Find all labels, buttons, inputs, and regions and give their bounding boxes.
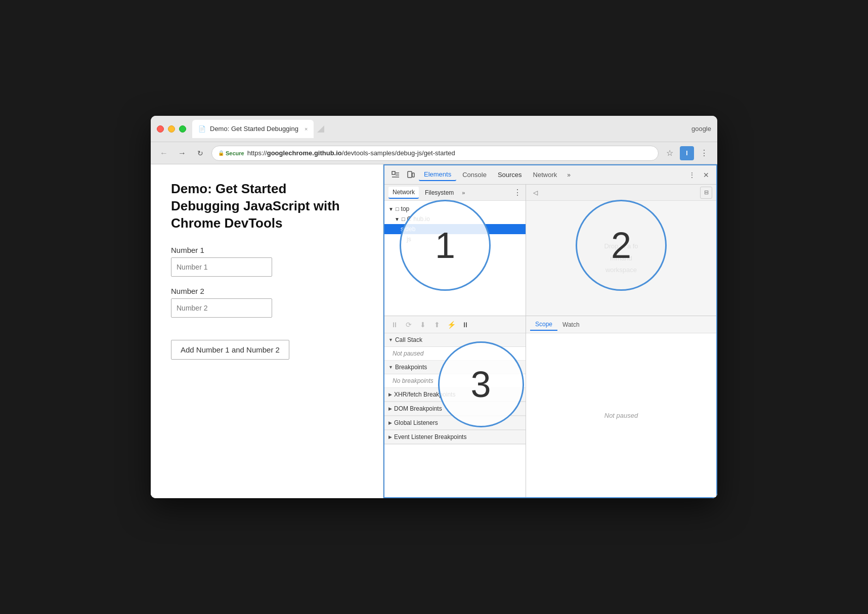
pause-on-exceptions-icon[interactable]: ⏸ bbox=[459, 319, 471, 331]
tree-arrow-icon: ▼ bbox=[388, 206, 394, 212]
sources-filesystem-tab[interactable]: Filesystem bbox=[421, 187, 458, 198]
tab-bar: 📄 Demo: Get Started Debugging × bbox=[192, 120, 691, 138]
title-bar: 📄 Demo: Get Started Debugging × google bbox=[151, 116, 717, 142]
scope-content: Not paused bbox=[526, 333, 716, 497]
circle-1-number: 1 bbox=[435, 227, 455, 264]
global-arrow-icon: ▶ bbox=[388, 420, 392, 425]
devtools-right-icons: ⋮ ✕ bbox=[686, 169, 712, 181]
devtools-close-icon[interactable]: ✕ bbox=[700, 169, 712, 181]
number1-label: Number 1 bbox=[171, 246, 363, 254]
number2-group: Number 2 bbox=[171, 287, 363, 318]
event-label: Event Listener Breakpoints bbox=[394, 433, 466, 441]
debugger-toolbar: ⏸ ⟳ ⬇ ⬆ ⚡ ⏸ bbox=[384, 316, 526, 333]
page-content: Demo: Get Started Debugging JavaScript w… bbox=[151, 164, 383, 498]
devtools-topbar: Elements Console Sources Network » ⋮ ✕ bbox=[384, 165, 716, 185]
device-icon[interactable] bbox=[404, 168, 418, 182]
tab-close-button[interactable]: × bbox=[305, 126, 308, 132]
sources-tree-header: Network Filesystem » ⋮ bbox=[384, 185, 526, 201]
circle-3-number: 3 bbox=[470, 366, 491, 403]
debugger-right-panel: Scope Watch Not paused bbox=[526, 316, 716, 497]
xhr-arrow-icon: ▶ bbox=[388, 392, 392, 397]
tab-title: Demo: Get Started Debugging bbox=[210, 125, 298, 133]
tabs-more[interactable]: » bbox=[563, 169, 575, 181]
page-title: Demo: Get Started Debugging JavaScript w… bbox=[171, 181, 343, 232]
refresh-button[interactable]: ↻ bbox=[193, 146, 207, 160]
url-prefix: https:// bbox=[247, 149, 267, 157]
global-label: Global Listeners bbox=[394, 419, 438, 426]
extension-icon[interactable]: I bbox=[680, 146, 694, 160]
no-breakpoints-text: No breakpoints bbox=[393, 377, 433, 384]
workspace-expand-icon[interactable]: ⊟ bbox=[700, 187, 712, 199]
sources-file-tree: Network Filesystem » ⋮ ▼ □ top bbox=[384, 185, 526, 316]
event-header[interactable]: ▶ Event Listener Breakpoints bbox=[384, 430, 526, 444]
svg-marker-0 bbox=[317, 125, 324, 133]
scope-toolbar: Scope Watch bbox=[526, 316, 716, 333]
number2-label: Number 2 bbox=[171, 287, 363, 295]
dom-label: DOM Breakpoints bbox=[394, 405, 442, 412]
circle-annotation-1: 1 bbox=[400, 200, 491, 291]
breakpoints-arrow-icon: ▼ bbox=[388, 365, 393, 370]
svg-rect-1 bbox=[392, 171, 395, 174]
tree-folder-icon: □ bbox=[396, 206, 399, 212]
tree-arrow-2-icon: ▼ bbox=[395, 216, 400, 222]
tab-new-shape bbox=[314, 122, 328, 136]
circle-2-number: 2 bbox=[611, 227, 631, 264]
address-url: https://googlechrome.github.io/devtools-… bbox=[247, 149, 652, 157]
secure-text: Secure bbox=[226, 150, 244, 156]
add-button[interactable]: Add Number 1 and Number 2 bbox=[171, 340, 289, 360]
tab-shape-icon bbox=[317, 125, 324, 133]
tree-item-label: top bbox=[401, 205, 410, 212]
traffic-lights bbox=[157, 125, 186, 133]
not-paused-callstack: Not paused bbox=[393, 350, 423, 357]
sources-more[interactable]: » bbox=[460, 189, 467, 197]
secure-badge: Secure bbox=[218, 150, 244, 156]
workspace-back-icon[interactable]: ◁ bbox=[530, 188, 540, 198]
tab-sources[interactable]: Sources bbox=[493, 169, 527, 181]
debugger-left-panel: ⏸ ⟳ ⬇ ⬆ ⚡ ⏸ ▼ Call Stack bbox=[384, 316, 526, 497]
forward-button[interactable]: → bbox=[175, 146, 189, 160]
call-stack-header[interactable]: ▼ Call Stack bbox=[384, 333, 526, 347]
minimize-button[interactable] bbox=[168, 125, 175, 133]
svg-rect-2 bbox=[408, 171, 412, 178]
dom-arrow-icon: ▶ bbox=[388, 406, 392, 411]
active-tab[interactable]: 📄 Demo: Get Started Debugging × bbox=[192, 120, 314, 138]
deactivate-breakpoints-icon[interactable]: ⚡ bbox=[445, 319, 457, 331]
svg-rect-3 bbox=[412, 173, 414, 177]
debugger-section: ⏸ ⟳ ⬇ ⬆ ⚡ ⏸ ▼ Call Stack bbox=[384, 316, 716, 497]
address-right-icons: ☆ I ⋮ bbox=[663, 146, 711, 160]
number1-input[interactable] bbox=[171, 257, 272, 277]
number1-group: Number 1 bbox=[171, 246, 363, 277]
circle-annotation-3: 3 bbox=[438, 341, 524, 427]
menu-icon[interactable]: ⋮ bbox=[697, 146, 711, 160]
event-section: ▶ Event Listener Breakpoints bbox=[384, 430, 526, 445]
number2-input[interactable] bbox=[171, 298, 272, 318]
google-label: google bbox=[691, 125, 711, 133]
browser-window: 📄 Demo: Get Started Debugging × google ←… bbox=[151, 116, 717, 498]
event-arrow-icon: ▶ bbox=[388, 434, 392, 440]
inspect-icon[interactable] bbox=[388, 168, 403, 182]
address-input[interactable]: Secure https://googlechrome.github.io/de… bbox=[211, 146, 659, 161]
step-into-icon[interactable]: ⬇ bbox=[417, 319, 429, 331]
tab-network[interactable]: Network bbox=[528, 169, 562, 181]
watch-tab[interactable]: Watch bbox=[557, 319, 585, 330]
tab-elements[interactable]: Elements bbox=[419, 168, 456, 181]
step-out-icon[interactable]: ⬆ bbox=[431, 319, 443, 331]
maximize-button[interactable] bbox=[179, 125, 186, 133]
back-button[interactable]: ← bbox=[157, 146, 171, 160]
devtools-top-section: Network Filesystem » ⋮ ▼ □ top bbox=[384, 185, 716, 316]
devtools-menu-icon[interactable]: ⋮ bbox=[686, 169, 698, 181]
pause-icon[interactable]: ⏸ bbox=[388, 319, 401, 331]
call-stack-label: Call Stack bbox=[395, 336, 422, 343]
step-over-icon[interactable]: ⟳ bbox=[403, 319, 415, 331]
workspace-toolbar: ◁ ⊟ bbox=[526, 185, 716, 201]
scope-tab[interactable]: Scope bbox=[530, 319, 557, 331]
close-button[interactable] bbox=[157, 125, 164, 133]
tab-favicon-icon: 📄 bbox=[198, 125, 206, 133]
sources-menu-icon[interactable]: ⋮ bbox=[513, 188, 522, 197]
sources-network-tab[interactable]: Network bbox=[388, 187, 419, 199]
breakpoints-label: Breakpoints bbox=[395, 364, 427, 371]
url-path: /devtools-samples/debug-js/get-started bbox=[342, 149, 455, 157]
tree-folder-2-icon: □ bbox=[402, 216, 405, 222]
bookmark-icon[interactable]: ☆ bbox=[663, 146, 677, 160]
tab-console[interactable]: Console bbox=[457, 169, 492, 181]
